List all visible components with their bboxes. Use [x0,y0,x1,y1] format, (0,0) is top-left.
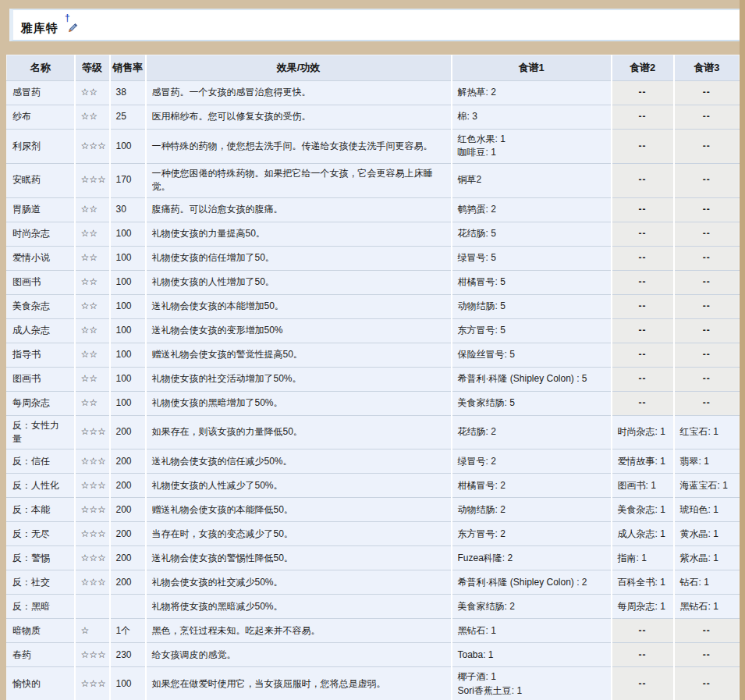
item-recipe3-cell: 黄水晶: 1 [674,522,740,546]
item-effect-cell: 礼物使女孩的信任增加了50。 [146,246,452,270]
page-right-edge-strip [740,0,745,700]
item-name-cell: 胃肠道 [7,197,75,222]
item-recipe3-cell: -- [674,197,740,222]
table-row: 指导书☆☆100赠送礼物会使女孩的警觉性提高50。保险丝冒号: 5---- [7,343,740,367]
table-row: 春药☆☆☆230给女孩调皮的感觉。Toaba: 1---- [7,643,740,667]
item-recipe1-cell: 绿冒号: 2 [452,449,612,474]
header-rate: 销售率 [110,55,146,81]
item-effect-cell: 如果存在，则该女孩的力量降低50。 [146,415,452,449]
item-recipe1-cell: 柑橘冒号: 2 [452,474,612,498]
item-effect-cell: 赠送礼物会使女孩的本能降低50。 [146,498,452,522]
item-effect-cell: 一种特殊的药物，使您想去洗手间。传递给女孩使去洗手间更容易。 [146,130,452,164]
item-recipe3-cell: -- [674,246,740,270]
item-name-cell: 反：信任 [7,449,75,474]
item-name-cell: 反：警惕 [7,546,75,570]
pencil-icon[interactable] [66,23,78,34]
table-row: 反：本能☆☆☆200赠送礼物会使女孩的本能降低50。动物结肠: 2美食杂志: 1… [7,498,740,522]
item-recipe1-cell: 绿冒号: 5 [452,246,612,270]
recipe-ingredient: 花结肠: 2 [458,425,605,439]
item-recipe3-cell: -- [674,294,740,318]
recipe-ingredient: Toaba: 1 [458,648,605,662]
item-grade-cell: ☆☆ [75,294,110,318]
item-name-cell: 图画书 [7,367,75,391]
item-recipe2-cell: -- [612,391,674,415]
item-grade-cell: ☆☆☆ [75,163,110,197]
item-grade-cell: ☆☆☆ [75,130,110,164]
item-effect-cell: 黑色，烹饪过程未知。吃起来并不容易。 [146,619,452,643]
item-recipe2-cell: -- [612,643,674,667]
item-recipe3-cell: -- [674,130,740,164]
item-recipe2-cell: 图画书: 1 [612,474,674,498]
item-grade-cell: ☆☆☆ [75,474,110,498]
item-rate-cell: 100 [110,222,146,246]
recipe-ingredient: 希普利·科隆 (Shipley Colon) : 2 [458,576,605,589]
item-name-cell: 反：人性化 [7,474,75,498]
table-header-row: 名称 等级 销售率 效果/功效 食谱1 食谱2 食谱3 [7,55,740,81]
item-recipe2-cell: -- [612,343,674,367]
recipe-ingredient: 咖啡豆: 1 [458,146,605,159]
recipe-ingredient: 铜草2 [458,173,605,187]
header-grade: 等级 [75,55,110,81]
header-name: 名称 [7,55,75,81]
item-name-cell: 感冒药 [7,81,75,105]
item-recipe3-cell: -- [674,343,740,367]
item-effect-cell: 送礼物会使女孩的警惕性降低50。 [146,546,452,570]
item-effect-cell: 给女孩调皮的感觉。 [146,643,452,667]
item-recipe1-cell: 东方冒号: 2 [452,522,612,546]
item-rate-cell: 170 [110,163,146,197]
recipe-ingredient: 柑橘冒号: 5 [458,275,605,289]
recipe-ingredient: 东方冒号: 2 [458,528,605,541]
item-grade-cell: ☆☆ [75,367,110,391]
item-grade-cell: ☆☆☆ [75,643,110,667]
table-row: 利尿剂☆☆☆100一种特殊的药物，使您想去洗手间。传递给女孩使去洗手间更容易。红… [7,130,740,164]
recipe-ingredient: 保险丝冒号: 5 [458,348,605,361]
item-recipe2-cell: -- [612,270,674,294]
item-recipe1-cell: 动物结肠: 5 [452,294,612,318]
item-recipe2-cell: -- [612,367,674,391]
item-recipe1-cell: 柑橘冒号: 5 [452,270,612,294]
item-rate-cell: 1个 [110,619,146,643]
item-recipe2-cell: 时尚杂志: 1 [612,415,674,449]
header-recipe1: 食谱1 [452,55,612,81]
item-recipe2-cell: 成人杂志: 1 [612,522,674,546]
item-grade-cell: ☆ [75,619,110,643]
recipe-ingredient: 鹌鹑蛋: 2 [458,203,605,216]
item-recipe2-cell: -- [612,163,674,197]
table-row: 感冒药☆☆38感冒药。一个女孩的感冒治愈得更快。解热草: 2---- [7,81,740,105]
item-rate-cell: 100 [110,367,146,391]
item-recipe3-cell: -- [674,367,740,391]
item-recipe2-cell: 美食杂志: 1 [612,498,674,522]
item-recipe2-cell: 指南: 1 [612,546,674,570]
item-rate-cell: 100 [110,318,146,343]
item-rate-cell: 100 [110,343,146,367]
item-grade-cell: ☆☆☆ [75,546,110,570]
item-grade-cell [75,595,110,619]
item-grade-cell: ☆☆ [75,197,110,222]
table-row: 安眠药☆☆☆170一种使您困倦的特殊药物。如果把它给一个女孩，它会更容易上床睡觉… [7,163,740,197]
item-effect-cell: 礼物使女孩的社交活动增加了50%。 [146,367,452,391]
item-name-cell: 暗物质 [7,619,75,643]
item-grade-cell: ☆☆ [75,81,110,105]
item-recipe3-cell: 黑钻石: 1 [674,595,740,619]
table-row: 成人杂志☆☆100送礼物会使女孩的变形增加50%东方冒号: 5---- [7,318,740,343]
table-row: 反：无尽☆☆☆200当存在时，女孩的变态减少了50。东方冒号: 2成人杂志: 1… [7,522,740,546]
item-name-cell: 利尿剂 [7,130,75,164]
item-recipe3-cell: -- [674,81,740,105]
item-grade-cell: ☆☆☆ [75,522,110,546]
item-effect-cell: 送礼物会使女孩的信任减少50%。 [146,449,452,474]
recipe-ingredient: 棉: 3 [458,110,605,123]
item-recipe2-cell: -- [612,246,674,270]
item-recipe1-cell: 美食家结肠: 5 [452,391,612,415]
title-card: † 雅库特 [9,9,740,41]
item-rate-cell: 100 [110,270,146,294]
table-row: 爱情小说☆☆100礼物使女孩的信任增加了50。绿冒号: 5---- [7,246,740,270]
recipe-ingredient: 黑钻石: 1 [458,624,605,638]
item-recipe2-cell: -- [612,318,674,343]
item-rate-cell: 100 [110,130,146,164]
item-recipe1-cell: Toaba: 1 [452,643,612,667]
item-name-cell: 美食杂志 [7,294,75,318]
item-grade-cell: ☆☆ [75,222,110,246]
table-row: 反：警惕☆☆☆200送礼物会使女孩的警惕性降低50。Fuzea科隆: 2指南: … [7,546,740,570]
item-grade-cell: ☆☆ [75,343,110,367]
item-effect-cell: 腹痛药。可以治愈女孩的腹痛。 [146,197,452,222]
